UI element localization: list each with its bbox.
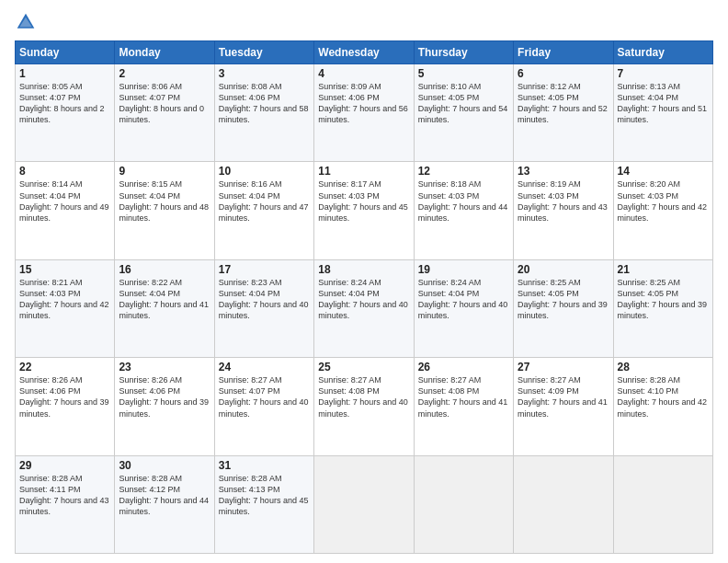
calendar-cell: 21Sunrise: 8:25 AMSunset: 4:05 PMDayligh… xyxy=(613,259,712,357)
week-row-4: 22Sunrise: 8:26 AMSunset: 4:06 PMDayligh… xyxy=(16,358,713,455)
cell-info: Sunrise: 8:14 AMSunset: 4:04 PMDaylight:… xyxy=(19,178,110,224)
calendar-cell: 26Sunrise: 8:27 AMSunset: 4:08 PMDayligh… xyxy=(414,358,513,455)
calendar-cell: 20Sunrise: 8:25 AMSunset: 4:05 PMDayligh… xyxy=(514,259,613,357)
calendar-cell: 22Sunrise: 8:26 AMSunset: 4:06 PMDayligh… xyxy=(16,358,115,455)
cell-info: Sunrise: 8:27 AMSunset: 4:08 PMDaylight:… xyxy=(418,374,509,419)
day-number: 9 xyxy=(119,165,210,178)
calendar-cell: 9Sunrise: 8:15 AMSunset: 4:04 PMDaylight… xyxy=(115,162,214,259)
calendar-cell: 29Sunrise: 8:28 AMSunset: 4:11 PMDayligh… xyxy=(16,455,115,553)
calendar-cell: 16Sunrise: 8:22 AMSunset: 4:04 PMDayligh… xyxy=(115,259,214,357)
calendar-cell: 19Sunrise: 8:24 AMSunset: 4:04 PMDayligh… xyxy=(414,259,513,357)
cell-info: Sunrise: 8:27 AMSunset: 4:07 PMDaylight:… xyxy=(219,374,310,419)
day-number: 11 xyxy=(318,165,409,178)
day-number: 23 xyxy=(119,361,210,373)
cell-info: Sunrise: 8:25 AMSunset: 4:05 PMDaylight:… xyxy=(618,277,709,322)
calendar-cell: 24Sunrise: 8:27 AMSunset: 4:07 PMDayligh… xyxy=(214,358,313,455)
cell-info: Sunrise: 8:24 AMSunset: 4:04 PMDaylight:… xyxy=(418,277,509,322)
calendar-cell: 18Sunrise: 8:24 AMSunset: 4:04 PMDayligh… xyxy=(314,259,414,357)
day-number: 5 xyxy=(418,67,509,80)
cell-info: Sunrise: 8:24 AMSunset: 4:04 PMDaylight:… xyxy=(318,277,409,322)
calendar-cell: 30Sunrise: 8:28 AMSunset: 4:12 PMDayligh… xyxy=(115,455,214,553)
cell-info: Sunrise: 8:28 AMSunset: 4:11 PMDaylight:… xyxy=(19,473,110,518)
calendar-cell xyxy=(314,455,414,553)
weekday-header-thursday: Thursday xyxy=(414,41,513,64)
cell-info: Sunrise: 8:18 AMSunset: 4:03 PMDaylight:… xyxy=(418,178,509,224)
weekday-header-row: SundayMondayTuesdayWednesdayThursdayFrid… xyxy=(16,41,713,64)
cell-info: Sunrise: 8:28 AMSunset: 4:13 PMDaylight:… xyxy=(219,473,310,518)
calendar-cell: 7Sunrise: 8:13 AMSunset: 4:04 PMDaylight… xyxy=(613,64,712,162)
day-number: 7 xyxy=(618,67,709,80)
weekday-header-sunday: Sunday xyxy=(16,41,115,64)
day-number: 31 xyxy=(219,459,310,472)
calendar-cell: 4Sunrise: 8:09 AMSunset: 4:06 PMDaylight… xyxy=(314,64,414,162)
cell-info: Sunrise: 8:27 AMSunset: 4:09 PMDaylight:… xyxy=(518,374,609,419)
weekday-header-saturday: Saturday xyxy=(613,41,712,64)
day-number: 4 xyxy=(318,67,409,80)
calendar-cell xyxy=(414,455,513,553)
day-number: 22 xyxy=(19,361,110,373)
calendar-cell: 23Sunrise: 8:26 AMSunset: 4:06 PMDayligh… xyxy=(115,358,214,455)
day-number: 8 xyxy=(19,165,110,178)
day-number: 3 xyxy=(219,67,310,80)
cell-info: Sunrise: 8:26 AMSunset: 4:06 PMDaylight:… xyxy=(119,374,210,419)
calendar-cell xyxy=(514,455,613,553)
calendar-cell: 13Sunrise: 8:19 AMSunset: 4:03 PMDayligh… xyxy=(514,162,613,259)
day-number: 20 xyxy=(518,263,609,276)
week-row-5: 29Sunrise: 8:28 AMSunset: 4:11 PMDayligh… xyxy=(16,455,713,553)
logo-icon xyxy=(15,11,37,33)
day-number: 29 xyxy=(19,459,110,472)
day-number: 13 xyxy=(518,165,609,178)
calendar-cell: 10Sunrise: 8:16 AMSunset: 4:04 PMDayligh… xyxy=(214,162,313,259)
calendar-table: SundayMondayTuesdayWednesdayThursdayFrid… xyxy=(15,40,713,554)
cell-info: Sunrise: 8:21 AMSunset: 4:03 PMDaylight:… xyxy=(19,277,110,322)
day-number: 18 xyxy=(318,263,409,276)
day-number: 2 xyxy=(119,67,210,80)
cell-info: Sunrise: 8:17 AMSunset: 4:03 PMDaylight:… xyxy=(318,178,409,224)
calendar-cell: 27Sunrise: 8:27 AMSunset: 4:09 PMDayligh… xyxy=(514,358,613,455)
cell-info: Sunrise: 8:06 AMSunset: 4:07 PMDaylight:… xyxy=(119,81,210,126)
calendar-cell: 11Sunrise: 8:17 AMSunset: 4:03 PMDayligh… xyxy=(314,162,414,259)
calendar-cell: 28Sunrise: 8:28 AMSunset: 4:10 PMDayligh… xyxy=(613,358,712,455)
week-row-2: 8Sunrise: 8:14 AMSunset: 4:04 PMDaylight… xyxy=(16,162,713,259)
calendar-cell: 25Sunrise: 8:27 AMSunset: 4:08 PMDayligh… xyxy=(314,358,414,455)
cell-info: Sunrise: 8:05 AMSunset: 4:07 PMDaylight:… xyxy=(19,81,110,126)
calendar-cell: 15Sunrise: 8:21 AMSunset: 4:03 PMDayligh… xyxy=(16,259,115,357)
day-number: 16 xyxy=(119,263,210,276)
cell-info: Sunrise: 8:13 AMSunset: 4:04 PMDaylight:… xyxy=(618,81,709,126)
day-number: 24 xyxy=(219,361,310,373)
weekday-header-friday: Friday xyxy=(514,41,613,64)
cell-info: Sunrise: 8:10 AMSunset: 4:05 PMDaylight:… xyxy=(418,81,509,126)
calendar-cell: 2Sunrise: 8:06 AMSunset: 4:07 PMDaylight… xyxy=(115,64,214,162)
weekday-header-tuesday: Tuesday xyxy=(214,41,313,64)
day-number: 6 xyxy=(518,67,609,80)
day-number: 21 xyxy=(618,263,709,276)
cell-info: Sunrise: 8:28 AMSunset: 4:12 PMDaylight:… xyxy=(119,473,210,518)
header xyxy=(15,11,713,33)
weekday-header-wednesday: Wednesday xyxy=(314,41,414,64)
cell-info: Sunrise: 8:22 AMSunset: 4:04 PMDaylight:… xyxy=(119,277,210,322)
cell-info: Sunrise: 8:19 AMSunset: 4:03 PMDaylight:… xyxy=(518,178,609,224)
day-number: 12 xyxy=(418,165,509,178)
calendar-cell: 17Sunrise: 8:23 AMSunset: 4:04 PMDayligh… xyxy=(214,259,313,357)
cell-info: Sunrise: 8:27 AMSunset: 4:08 PMDaylight:… xyxy=(318,374,409,419)
day-number: 15 xyxy=(19,263,110,276)
calendar-cell xyxy=(613,455,712,553)
cell-info: Sunrise: 8:25 AMSunset: 4:05 PMDaylight:… xyxy=(518,277,609,322)
cell-info: Sunrise: 8:15 AMSunset: 4:04 PMDaylight:… xyxy=(119,178,210,224)
day-number: 17 xyxy=(219,263,310,276)
calendar-cell: 31Sunrise: 8:28 AMSunset: 4:13 PMDayligh… xyxy=(214,455,313,553)
cell-info: Sunrise: 8:09 AMSunset: 4:06 PMDaylight:… xyxy=(318,81,409,126)
logo xyxy=(15,11,40,33)
day-number: 27 xyxy=(518,361,609,373)
day-number: 19 xyxy=(418,263,509,276)
day-number: 25 xyxy=(318,361,409,373)
calendar-cell: 1Sunrise: 8:05 AMSunset: 4:07 PMDaylight… xyxy=(16,64,115,162)
calendar-cell: 3Sunrise: 8:08 AMSunset: 4:06 PMDaylight… xyxy=(214,64,313,162)
cell-info: Sunrise: 8:20 AMSunset: 4:03 PMDaylight:… xyxy=(618,178,709,224)
calendar-cell: 12Sunrise: 8:18 AMSunset: 4:03 PMDayligh… xyxy=(414,162,513,259)
day-number: 1 xyxy=(19,67,110,80)
day-number: 26 xyxy=(418,361,509,373)
cell-info: Sunrise: 8:28 AMSunset: 4:10 PMDaylight:… xyxy=(618,374,709,419)
calendar-cell: 14Sunrise: 8:20 AMSunset: 4:03 PMDayligh… xyxy=(613,162,712,259)
day-number: 30 xyxy=(119,459,210,472)
